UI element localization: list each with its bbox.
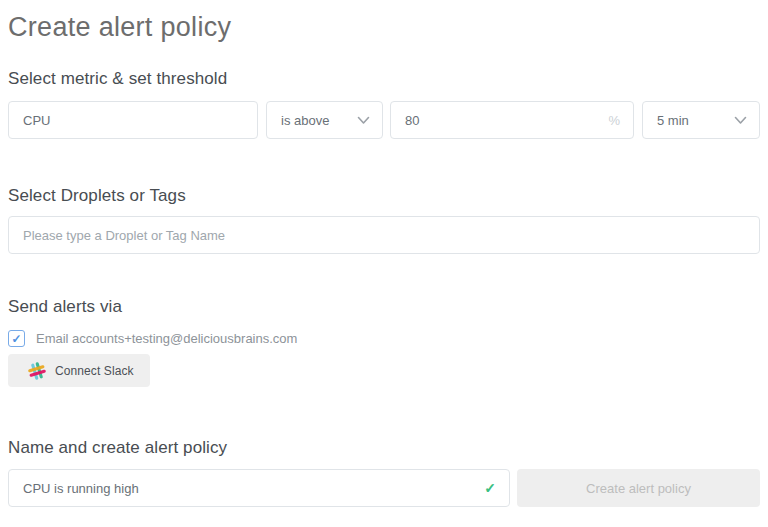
name-section-heading: Name and create alert policy (8, 438, 760, 457)
duration-select[interactable]: 5 min (642, 101, 760, 139)
metric-input[interactable] (8, 101, 258, 139)
connect-slack-button[interactable]: Connect Slack (8, 354, 150, 387)
email-checkbox-label[interactable]: Email accounts+testing@deliciousbrains.c… (36, 331, 297, 346)
email-checkbox-row: ✓ Email accounts+testing@deliciousbrains… (8, 330, 760, 347)
threshold-section-heading: Select metric & set threshold (8, 69, 760, 88)
duration-select-value: 5 min (657, 113, 689, 128)
alerts-section-heading: Send alerts via (8, 297, 760, 316)
comparator-select[interactable]: is above (266, 101, 383, 139)
chevron-down-icon (734, 116, 747, 125)
connect-slack-label: Connect Slack (55, 364, 134, 378)
check-icon: ✓ (11, 332, 21, 346)
policy-name-wrap: ✓ (8, 469, 510, 507)
threshold-input[interactable] (390, 101, 634, 139)
droplet-search-input[interactable] (8, 216, 760, 254)
policy-name-input[interactable] (8, 469, 510, 507)
metric-input-wrap (8, 101, 258, 139)
name-row: ✓ Create alert policy (8, 469, 760, 507)
slack-icon (27, 361, 47, 381)
create-alert-policy-button[interactable]: Create alert policy (517, 469, 760, 507)
chevron-down-icon (357, 116, 370, 125)
email-checkbox[interactable]: ✓ (8, 330, 25, 347)
create-alert-policy-page: Create alert policy Select metric & set … (0, 12, 768, 507)
page-title: Create alert policy (8, 12, 760, 43)
comparator-select-value: is above (281, 113, 329, 128)
threshold-input-wrap: % (390, 101, 634, 139)
droplets-section-heading: Select Droplets or Tags (8, 186, 760, 205)
droplet-search-wrap (8, 216, 760, 254)
threshold-row: is above % 5 min (8, 101, 760, 139)
